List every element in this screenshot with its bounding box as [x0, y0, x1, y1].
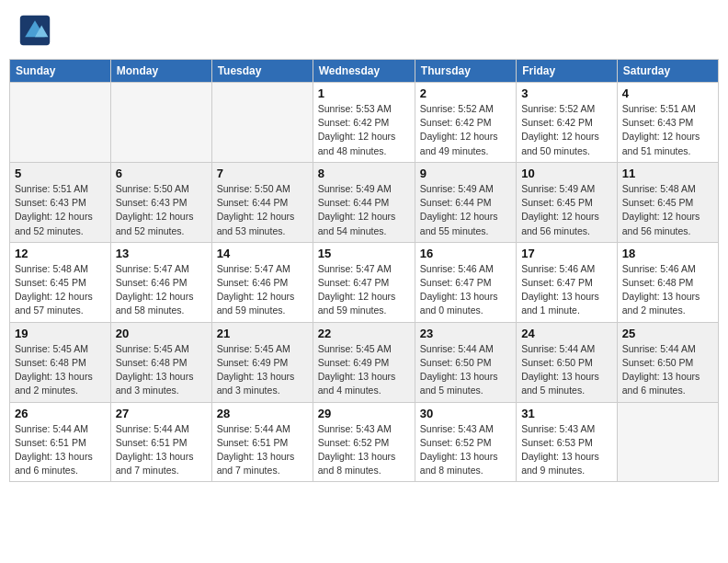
calendar-week-row: 5Sunrise: 5:51 AM Sunset: 6:43 PM Daylig…	[10, 162, 719, 242]
calendar-cell: 23Sunrise: 5:44 AM Sunset: 6:50 PM Dayli…	[415, 322, 516, 402]
calendar-cell: 13Sunrise: 5:47 AM Sunset: 6:46 PM Dayli…	[110, 242, 211, 322]
calendar-cell: 31Sunrise: 5:43 AM Sunset: 6:53 PM Dayli…	[517, 402, 618, 482]
day-number: 2	[420, 86, 511, 100]
calendar-header-friday: Friday	[517, 60, 618, 83]
day-number: 21	[217, 327, 308, 340]
calendar-cell: 29Sunrise: 5:43 AM Sunset: 6:52 PM Dayli…	[313, 402, 415, 482]
calendar-cell	[211, 83, 313, 163]
calendar-header-sunday: Sunday	[10, 60, 111, 83]
calendar-cell: 8Sunrise: 5:49 AM Sunset: 6:44 PM Daylig…	[313, 162, 415, 242]
day-info: Sunrise: 5:47 AM Sunset: 6:46 PM Dayligh…	[116, 262, 207, 318]
calendar-header-row: SundayMondayTuesdayWednesdayThursdayFrid…	[10, 60, 719, 83]
day-info: Sunrise: 5:48 AM Sunset: 6:45 PM Dayligh…	[622, 182, 713, 238]
day-info: Sunrise: 5:52 AM Sunset: 6:42 PM Dayligh…	[521, 102, 612, 158]
day-info: Sunrise: 5:43 AM Sunset: 6:53 PM Dayligh…	[521, 422, 612, 478]
calendar-cell: 1Sunrise: 5:53 AM Sunset: 6:42 PM Daylig…	[313, 83, 415, 163]
calendar-cell	[10, 83, 111, 163]
calendar-cell: 17Sunrise: 5:46 AM Sunset: 6:47 PM Dayli…	[517, 242, 618, 322]
calendar-cell: 5Sunrise: 5:51 AM Sunset: 6:43 PM Daylig…	[10, 162, 111, 242]
day-info: Sunrise: 5:50 AM Sunset: 6:43 PM Dayligh…	[116, 182, 207, 238]
calendar-cell: 25Sunrise: 5:44 AM Sunset: 6:50 PM Dayli…	[617, 322, 718, 402]
day-number: 14	[217, 247, 308, 260]
day-info: Sunrise: 5:45 AM Sunset: 6:48 PM Dayligh…	[116, 342, 207, 398]
calendar-cell: 7Sunrise: 5:50 AM Sunset: 6:44 PM Daylig…	[211, 162, 313, 242]
day-info: Sunrise: 5:53 AM Sunset: 6:42 PM Dayligh…	[318, 102, 410, 158]
day-info: Sunrise: 5:51 AM Sunset: 6:43 PM Dayligh…	[15, 182, 106, 238]
calendar-cell: 11Sunrise: 5:48 AM Sunset: 6:45 PM Dayli…	[617, 162, 718, 242]
day-info: Sunrise: 5:46 AM Sunset: 6:47 PM Dayligh…	[521, 262, 612, 318]
calendar-cell: 9Sunrise: 5:49 AM Sunset: 6:44 PM Daylig…	[415, 162, 516, 242]
day-info: Sunrise: 5:48 AM Sunset: 6:45 PM Dayligh…	[15, 262, 106, 318]
calendar-cell: 6Sunrise: 5:50 AM Sunset: 6:43 PM Daylig…	[110, 162, 211, 242]
calendar-week-row: 1Sunrise: 5:53 AM Sunset: 6:42 PM Daylig…	[10, 83, 719, 163]
day-number: 10	[521, 167, 612, 180]
day-info: Sunrise: 5:45 AM Sunset: 6:48 PM Dayligh…	[15, 342, 106, 398]
day-number: 8	[318, 167, 410, 180]
day-info: Sunrise: 5:44 AM Sunset: 6:51 PM Dayligh…	[217, 422, 308, 478]
day-info: Sunrise: 5:52 AM Sunset: 6:42 PM Dayligh…	[420, 102, 511, 158]
day-number: 23	[420, 327, 511, 340]
logo-icon	[18, 14, 51, 47]
day-number: 27	[116, 407, 207, 420]
day-number: 22	[318, 327, 410, 340]
day-info: Sunrise: 5:44 AM Sunset: 6:50 PM Dayligh…	[622, 342, 713, 398]
day-number: 30	[420, 407, 511, 420]
calendar-cell: 4Sunrise: 5:51 AM Sunset: 6:43 PM Daylig…	[617, 83, 718, 163]
day-number: 12	[15, 247, 106, 260]
day-number: 28	[217, 407, 308, 420]
calendar-cell: 2Sunrise: 5:52 AM Sunset: 6:42 PM Daylig…	[415, 83, 516, 163]
calendar-table: SundayMondayTuesdayWednesdayThursdayFrid…	[9, 59, 719, 482]
calendar-week-row: 26Sunrise: 5:44 AM Sunset: 6:51 PM Dayli…	[10, 402, 719, 482]
calendar-header-monday: Monday	[110, 60, 211, 83]
calendar-header-wednesday: Wednesday	[313, 60, 415, 83]
day-info: Sunrise: 5:44 AM Sunset: 6:50 PM Dayligh…	[521, 342, 612, 398]
day-number: 15	[318, 247, 410, 260]
calendar-cell: 19Sunrise: 5:45 AM Sunset: 6:48 PM Dayli…	[10, 322, 111, 402]
calendar-week-row: 19Sunrise: 5:45 AM Sunset: 6:48 PM Dayli…	[10, 322, 719, 402]
day-info: Sunrise: 5:44 AM Sunset: 6:51 PM Dayligh…	[15, 422, 106, 478]
calendar-cell: 22Sunrise: 5:45 AM Sunset: 6:49 PM Dayli…	[313, 322, 415, 402]
day-info: Sunrise: 5:49 AM Sunset: 6:44 PM Dayligh…	[318, 182, 410, 238]
day-number: 31	[521, 407, 612, 420]
day-info: Sunrise: 5:46 AM Sunset: 6:47 PM Dayligh…	[420, 262, 511, 318]
day-info: Sunrise: 5:47 AM Sunset: 6:46 PM Dayligh…	[217, 262, 308, 318]
day-info: Sunrise: 5:44 AM Sunset: 6:51 PM Dayligh…	[116, 422, 207, 478]
calendar-cell: 12Sunrise: 5:48 AM Sunset: 6:45 PM Dayli…	[10, 242, 111, 322]
day-number: 26	[15, 407, 106, 420]
page-header	[9, 9, 719, 52]
day-number: 1	[318, 86, 410, 100]
day-number: 16	[420, 247, 511, 260]
calendar-cell: 26Sunrise: 5:44 AM Sunset: 6:51 PM Dayli…	[10, 402, 111, 482]
day-number: 17	[521, 247, 612, 260]
day-info: Sunrise: 5:43 AM Sunset: 6:52 PM Dayligh…	[318, 422, 410, 478]
calendar-cell: 16Sunrise: 5:46 AM Sunset: 6:47 PM Dayli…	[415, 242, 516, 322]
day-info: Sunrise: 5:45 AM Sunset: 6:49 PM Dayligh…	[318, 342, 410, 398]
day-info: Sunrise: 5:50 AM Sunset: 6:44 PM Dayligh…	[217, 182, 308, 238]
day-info: Sunrise: 5:43 AM Sunset: 6:52 PM Dayligh…	[420, 422, 511, 478]
calendar-cell: 24Sunrise: 5:44 AM Sunset: 6:50 PM Dayli…	[517, 322, 618, 402]
day-number: 25	[622, 327, 713, 340]
day-info: Sunrise: 5:51 AM Sunset: 6:43 PM Dayligh…	[622, 102, 713, 158]
day-number: 20	[116, 327, 207, 340]
day-number: 7	[217, 167, 308, 180]
day-number: 5	[15, 167, 106, 180]
day-number: 13	[116, 247, 207, 260]
day-number: 24	[521, 327, 612, 340]
calendar-cell: 21Sunrise: 5:45 AM Sunset: 6:49 PM Dayli…	[211, 322, 313, 402]
calendar-header-thursday: Thursday	[415, 60, 516, 83]
calendar-cell: 27Sunrise: 5:44 AM Sunset: 6:51 PM Dayli…	[110, 402, 211, 482]
calendar-cell: 14Sunrise: 5:47 AM Sunset: 6:46 PM Dayli…	[211, 242, 313, 322]
day-info: Sunrise: 5:49 AM Sunset: 6:44 PM Dayligh…	[420, 182, 511, 238]
calendar-cell: 30Sunrise: 5:43 AM Sunset: 6:52 PM Dayli…	[415, 402, 516, 482]
logo	[18, 14, 55, 47]
day-number: 11	[622, 167, 713, 180]
calendar-cell: 20Sunrise: 5:45 AM Sunset: 6:48 PM Dayli…	[110, 322, 211, 402]
calendar-cell	[110, 83, 211, 163]
day-number: 18	[622, 247, 713, 260]
calendar-cell: 3Sunrise: 5:52 AM Sunset: 6:42 PM Daylig…	[517, 83, 618, 163]
day-number: 3	[521, 86, 612, 100]
day-number: 29	[318, 407, 410, 420]
calendar-cell: 10Sunrise: 5:49 AM Sunset: 6:45 PM Dayli…	[517, 162, 618, 242]
calendar-header-tuesday: Tuesday	[211, 60, 313, 83]
day-number: 9	[420, 167, 511, 180]
